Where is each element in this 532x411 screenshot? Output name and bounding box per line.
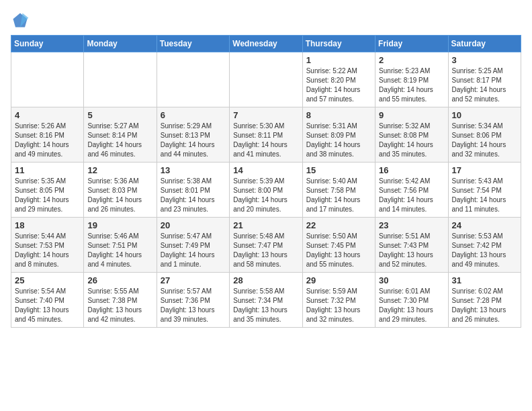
day-info: Sunrise: 5:22 AM Sunset: 8:20 PM Dayligh… — [306, 66, 371, 104]
day-number: 26 — [87, 275, 152, 285]
day-number: 12 — [87, 165, 152, 175]
day-cell: 22Sunrise: 5:50 AM Sunset: 7:45 PM Dayli… — [302, 218, 375, 273]
day-info: Sunrise: 5:39 AM Sunset: 8:00 PM Dayligh… — [233, 177, 298, 214]
day-cell: 15Sunrise: 5:40 AM Sunset: 7:58 PM Dayli… — [302, 163, 375, 218]
day-info: Sunrise: 5:32 AM Sunset: 8:08 PM Dayligh… — [379, 122, 444, 159]
day-number: 1 — [306, 55, 371, 65]
day-number: 23 — [379, 220, 444, 230]
day-cell: 14Sunrise: 5:39 AM Sunset: 8:00 PM Dayli… — [230, 163, 302, 218]
day-cell — [230, 52, 302, 107]
day-info: Sunrise: 5:47 AM Sunset: 7:49 PM Dayligh… — [161, 232, 226, 269]
day-cell: 17Sunrise: 5:43 AM Sunset: 7:54 PM Dayli… — [448, 163, 521, 218]
column-header-sunday: Sunday — [11, 36, 84, 52]
day-info: Sunrise: 6:02 AM Sunset: 7:28 PM Dayligh… — [452, 287, 517, 324]
day-info: Sunrise: 5:46 AM Sunset: 7:51 PM Dayligh… — [87, 232, 152, 269]
day-cell: 30Sunrise: 6:01 AM Sunset: 7:30 PM Dayli… — [375, 273, 448, 328]
day-number: 29 — [306, 275, 371, 285]
week-row-4: 18Sunrise: 5:44 AM Sunset: 7:53 PM Dayli… — [11, 218, 521, 273]
day-info: Sunrise: 5:25 AM Sunset: 8:17 PM Dayligh… — [452, 66, 517, 104]
day-cell: 9Sunrise: 5:32 AM Sunset: 8:08 PM Daylig… — [375, 107, 448, 163]
day-info: Sunrise: 5:35 AM Sunset: 8:05 PM Dayligh… — [15, 177, 80, 214]
day-info: Sunrise: 5:34 AM Sunset: 8:06 PM Dayligh… — [452, 122, 517, 159]
day-number: 24 — [452, 220, 517, 230]
day-number: 27 — [161, 275, 226, 285]
day-number: 16 — [379, 165, 444, 175]
day-number: 30 — [379, 275, 444, 285]
day-number: 18 — [15, 220, 80, 230]
day-info: Sunrise: 5:40 AM Sunset: 7:58 PM Dayligh… — [306, 177, 371, 214]
day-number: 11 — [15, 165, 80, 175]
day-number: 22 — [306, 220, 371, 230]
day-number: 4 — [15, 110, 80, 120]
day-info: Sunrise: 5:23 AM Sunset: 8:19 PM Dayligh… — [379, 66, 444, 104]
day-cell: 24Sunrise: 5:53 AM Sunset: 7:42 PM Dayli… — [448, 218, 521, 273]
day-number: 25 — [15, 275, 80, 285]
day-info: Sunrise: 6:01 AM Sunset: 7:30 PM Dayligh… — [379, 287, 444, 324]
day-cell: 29Sunrise: 5:59 AM Sunset: 7:32 PM Dayli… — [302, 273, 375, 328]
logo-icon — [11, 11, 30, 30]
day-cell: 19Sunrise: 5:46 AM Sunset: 7:51 PM Dayli… — [84, 218, 157, 273]
day-number: 20 — [161, 220, 226, 230]
day-info: Sunrise: 5:53 AM Sunset: 7:42 PM Dayligh… — [452, 232, 517, 269]
day-number: 21 — [233, 220, 298, 230]
day-number: 28 — [233, 275, 298, 285]
day-number: 14 — [233, 165, 298, 175]
day-number: 3 — [452, 55, 517, 65]
day-info: Sunrise: 5:51 AM Sunset: 7:43 PM Dayligh… — [379, 232, 444, 269]
day-number: 8 — [306, 110, 371, 120]
day-info: Sunrise: 5:50 AM Sunset: 7:45 PM Dayligh… — [306, 232, 371, 269]
day-cell: 23Sunrise: 5:51 AM Sunset: 7:43 PM Dayli… — [375, 218, 448, 273]
week-row-1: 1Sunrise: 5:22 AM Sunset: 8:20 PM Daylig… — [11, 52, 521, 107]
day-cell: 10Sunrise: 5:34 AM Sunset: 8:06 PM Dayli… — [448, 107, 521, 163]
column-header-thursday: Thursday — [302, 36, 375, 52]
column-header-tuesday: Tuesday — [157, 36, 229, 52]
day-number: 5 — [87, 110, 152, 120]
day-cell: 25Sunrise: 5:54 AM Sunset: 7:40 PM Dayli… — [11, 273, 84, 328]
day-number: 6 — [161, 110, 226, 120]
day-info: Sunrise: 5:58 AM Sunset: 7:34 PM Dayligh… — [233, 287, 298, 324]
day-cell: 1Sunrise: 5:22 AM Sunset: 8:20 PM Daylig… — [302, 52, 375, 107]
day-info: Sunrise: 5:26 AM Sunset: 8:16 PM Dayligh… — [15, 122, 80, 159]
day-cell: 8Sunrise: 5:31 AM Sunset: 8:09 PM Daylig… — [302, 107, 375, 163]
day-cell: 18Sunrise: 5:44 AM Sunset: 7:53 PM Dayli… — [11, 218, 84, 273]
day-cell: 16Sunrise: 5:42 AM Sunset: 7:56 PM Dayli… — [375, 163, 448, 218]
day-number: 9 — [379, 110, 444, 120]
day-number: 2 — [379, 55, 444, 65]
day-info: Sunrise: 5:54 AM Sunset: 7:40 PM Dayligh… — [15, 287, 80, 324]
day-info: Sunrise: 5:48 AM Sunset: 7:47 PM Dayligh… — [233, 232, 298, 269]
day-number: 13 — [161, 165, 226, 175]
day-info: Sunrise: 5:55 AM Sunset: 7:38 PM Dayligh… — [87, 287, 152, 324]
day-cell: 12Sunrise: 5:36 AM Sunset: 8:03 PM Dayli… — [84, 163, 157, 218]
day-info: Sunrise: 5:43 AM Sunset: 7:54 PM Dayligh… — [452, 177, 517, 214]
column-header-friday: Friday — [375, 36, 448, 52]
day-number: 10 — [452, 110, 517, 120]
header-row: SundayMondayTuesdayWednesdayThursdayFrid… — [11, 36, 521, 52]
week-row-5: 25Sunrise: 5:54 AM Sunset: 7:40 PM Dayli… — [11, 273, 521, 328]
calendar: SundayMondayTuesdayWednesdayThursdayFrid… — [11, 35, 521, 328]
day-number: 7 — [233, 110, 298, 120]
day-cell — [157, 52, 229, 107]
day-cell: 4Sunrise: 5:26 AM Sunset: 8:16 PM Daylig… — [11, 107, 84, 163]
day-cell — [84, 52, 157, 107]
column-header-wednesday: Wednesday — [230, 36, 302, 52]
day-number: 15 — [306, 165, 371, 175]
day-number: 19 — [87, 220, 152, 230]
day-info: Sunrise: 5:36 AM Sunset: 8:03 PM Dayligh… — [87, 177, 152, 214]
column-header-saturday: Saturday — [448, 36, 521, 52]
day-cell: 3Sunrise: 5:25 AM Sunset: 8:17 PM Daylig… — [448, 52, 521, 107]
day-info: Sunrise: 5:42 AM Sunset: 7:56 PM Dayligh… — [379, 177, 444, 214]
day-info: Sunrise: 5:30 AM Sunset: 8:11 PM Dayligh… — [233, 122, 298, 159]
day-info: Sunrise: 5:31 AM Sunset: 8:09 PM Dayligh… — [306, 122, 371, 159]
day-cell — [11, 52, 84, 107]
logo — [11, 11, 32, 30]
day-number: 31 — [452, 275, 517, 285]
day-number: 17 — [452, 165, 517, 175]
day-cell: 31Sunrise: 6:02 AM Sunset: 7:28 PM Dayli… — [448, 273, 521, 328]
day-info: Sunrise: 5:59 AM Sunset: 7:32 PM Dayligh… — [306, 287, 371, 324]
week-row-3: 11Sunrise: 5:35 AM Sunset: 8:05 PM Dayli… — [11, 163, 521, 218]
day-cell: 27Sunrise: 5:57 AM Sunset: 7:36 PM Dayli… — [157, 273, 229, 328]
column-header-monday: Monday — [84, 36, 157, 52]
day-info: Sunrise: 5:44 AM Sunset: 7:53 PM Dayligh… — [15, 232, 80, 269]
day-cell: 21Sunrise: 5:48 AM Sunset: 7:47 PM Dayli… — [230, 218, 302, 273]
day-cell: 7Sunrise: 5:30 AM Sunset: 8:11 PM Daylig… — [230, 107, 302, 163]
